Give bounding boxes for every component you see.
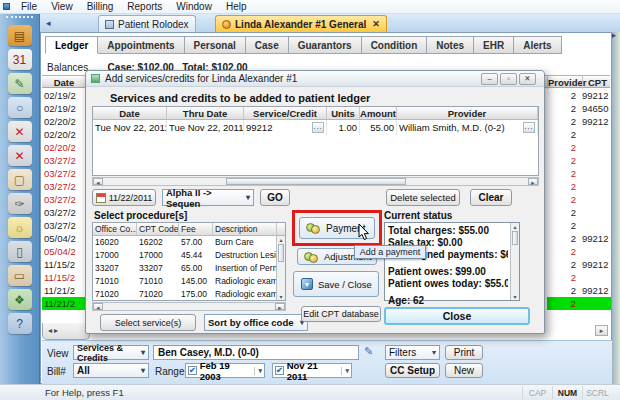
status-vscrollbar[interactable]: ▴ ▾ bbox=[510, 223, 519, 300]
menu-item-view[interactable]: View bbox=[44, 0, 80, 14]
ledger-row[interactable]: 2 bbox=[547, 206, 611, 219]
scroll-down-icon[interactable]: ▾ bbox=[277, 293, 285, 300]
ledger-row[interactable]: 2 bbox=[547, 154, 611, 167]
close-window-icon[interactable]: ✕ bbox=[8, 121, 32, 142]
bill-dropdown[interactable]: All▾ bbox=[73, 363, 149, 378]
tab-ledger[interactable]: Ledger bbox=[45, 36, 98, 54]
service-code[interactable]: 99212 bbox=[246, 122, 272, 133]
ledger-row[interactable]: 299212 bbox=[547, 258, 611, 271]
range-start-field[interactable]: ✔ Feb 19 2003 ▾ bbox=[185, 363, 265, 378]
ledger-row-date[interactable]: 05/04/2 bbox=[42, 232, 87, 245]
dialog-title-bar[interactable]: Add services/credits for Linda Alexander… bbox=[86, 71, 544, 87]
col-description[interactable]: Description bbox=[213, 223, 277, 235]
toolbar-grip[interactable] bbox=[6, 16, 33, 22]
tab-guarantors[interactable]: Guarantors bbox=[289, 36, 362, 54]
col-office-code[interactable]: Office Co... bbox=[93, 223, 137, 235]
procedure-row[interactable]: 170001700045.44Destruction Lesion fac bbox=[93, 249, 285, 262]
service-units[interactable]: 1.00 bbox=[339, 122, 358, 133]
scroll-down-icon[interactable]: ▾ bbox=[511, 293, 519, 300]
checkbox-checked-icon[interactable]: ✔ bbox=[275, 366, 284, 375]
ledger-row-date[interactable]: 03/27/2 bbox=[42, 154, 87, 167]
transport-icon[interactable]: ▭ bbox=[8, 265, 32, 286]
service-provider[interactable]: William Smith, M.D. (0-2) bbox=[399, 122, 505, 133]
ledger-hscroll-right-icon[interactable]: ▸ bbox=[595, 325, 608, 336]
scroll-up-icon[interactable]: ▴ bbox=[511, 223, 519, 230]
ledger-row[interactable]: 2 bbox=[547, 193, 611, 206]
scroll-right-icon[interactable]: ▸ bbox=[275, 303, 285, 310]
menu-item-file[interactable]: File bbox=[14, 0, 44, 14]
tab-alerts[interactable]: Alerts bbox=[514, 36, 561, 54]
recycle-icon[interactable]: ▯ bbox=[8, 241, 32, 262]
menu-item-help[interactable]: Help bbox=[219, 0, 254, 14]
ledger-row-date[interactable]: 11/21/2 bbox=[42, 297, 87, 310]
col-service-credit[interactable]: Service/Credit bbox=[244, 107, 327, 119]
tab-personal[interactable]: Personal bbox=[185, 36, 246, 54]
cc-setup-button[interactable]: CC Setup bbox=[385, 363, 440, 378]
scroll-thumb[interactable] bbox=[512, 231, 518, 245]
tab-linda-alexander-general[interactable]: Linda Alexander #1 General ✕ bbox=[215, 15, 387, 32]
service-row[interactable]: Tue Nov 22, 2011▾ Tue Nov 22, 2011▾ 9921… bbox=[93, 120, 538, 135]
col-fee[interactable]: Fee bbox=[179, 223, 213, 235]
scroll-thumb[interactable] bbox=[226, 178, 406, 185]
ledger-row-date[interactable]: 02/19/2 bbox=[42, 89, 87, 102]
procedure-row[interactable]: 332073320765.00Insertion of Permanen bbox=[93, 262, 285, 275]
notes-icon[interactable]: ✎ bbox=[8, 73, 32, 94]
ledger-row-date[interactable]: 02/20/2 bbox=[42, 115, 87, 128]
ledger-row-date[interactable]: 02/20/2 bbox=[42, 141, 87, 154]
ledger-row-date[interactable]: 03/27/2 bbox=[42, 167, 87, 180]
select-services-button[interactable]: Select service(s) bbox=[100, 314, 196, 331]
calendar-dropdown-icon[interactable]: ▾ bbox=[341, 367, 349, 375]
procedure-row[interactable]: 160201620257.00Burn Care bbox=[93, 236, 285, 249]
ledger-row[interactable]: 294650 bbox=[547, 102, 611, 115]
sort-dropdown[interactable]: Sort by office code ▾ bbox=[204, 314, 308, 331]
col-provider[interactable]: Provider bbox=[397, 107, 538, 119]
col-thru-date[interactable]: Thru Date bbox=[167, 107, 244, 119]
ledger-row-date[interactable]: 11/15/2 bbox=[42, 258, 87, 271]
scroll-right-icon[interactable]: ▸ bbox=[54, 326, 60, 335]
ledger-row[interactable]: 299212 bbox=[547, 89, 611, 102]
ledger-col-date[interactable]: Date bbox=[42, 76, 87, 89]
close-folder-icon[interactable]: ✕ bbox=[8, 145, 32, 166]
ledger-row-date[interactable]: 11/15/2 bbox=[42, 271, 87, 284]
col-cpt-code[interactable]: CPT Code bbox=[137, 223, 179, 235]
view-dropdown[interactable]: Services & Credits▾ bbox=[73, 345, 149, 360]
procedures-hscrollbar[interactable]: ◂ ▸ bbox=[92, 302, 286, 311]
ledger-bottom-tab[interactable]: ◂▸ bbox=[42, 323, 90, 340]
tab-overflow-icon[interactable]: ▸ bbox=[611, 30, 616, 40]
procedures-vscrollbar[interactable]: ▴ ▾ bbox=[276, 236, 285, 300]
scroll-left-icon[interactable]: ◂ bbox=[93, 303, 103, 310]
close-icon[interactable]: ✕ bbox=[519, 73, 536, 85]
ledger-row-date[interactable]: 05/04/2 bbox=[42, 245, 87, 258]
sequence-dropdown[interactable]: Alpha II -> Sequen ▾ bbox=[162, 189, 254, 206]
new-button[interactable]: New bbox=[445, 363, 483, 378]
calendar-dropdown-icon[interactable]: ▾ bbox=[254, 367, 262, 375]
range-end-field[interactable]: ✔ Nov 21 2011 ▾ bbox=[272, 363, 352, 378]
ledger-row-date[interactable]: 03/27/2 bbox=[42, 193, 87, 206]
rolodex-icon[interactable]: ▤ bbox=[8, 25, 32, 46]
help-book-icon[interactable]: ? bbox=[8, 313, 32, 334]
ledger-row-date[interactable]: 03/27/2 bbox=[42, 180, 87, 193]
tab-back-arrow-icon[interactable]: ◂ bbox=[46, 18, 51, 28]
service-amount[interactable]: 55.00 bbox=[370, 122, 394, 133]
col-units[interactable]: Units bbox=[327, 107, 360, 119]
ledger-row[interactable]: 2 bbox=[547, 245, 611, 258]
date-picker-button[interactable]: 11/22/2011 bbox=[92, 189, 156, 206]
maximize-button[interactable]: ▫ bbox=[500, 73, 517, 85]
clear-button[interactable]: Clear bbox=[470, 189, 512, 206]
ellipsis-button[interactable]: ... bbox=[523, 122, 535, 133]
ledger-row[interactable]: 2 bbox=[547, 180, 611, 193]
save-close-button[interactable]: ▾ Save / Close bbox=[293, 271, 379, 297]
ledger-col-provider[interactable]: Provider bbox=[547, 76, 581, 89]
tab-patient-rolodex[interactable]: Patient Rolodex bbox=[98, 15, 196, 32]
new-document-icon[interactable]: ▢ bbox=[8, 169, 32, 190]
checkin-icon[interactable]: ✑ bbox=[8, 193, 32, 214]
tab-ehr[interactable]: EHR bbox=[474, 36, 514, 54]
ledger-col-cpt[interactable]: CPT bbox=[582, 76, 612, 89]
col-date[interactable]: Date bbox=[93, 107, 167, 119]
scroll-right-icon[interactable]: ▸ bbox=[528, 178, 538, 185]
grid-hscrollbar[interactable]: ◂ ▸ bbox=[92, 177, 539, 186]
procedure-row[interactable]: 7101071010145.00Radiologic examinatio bbox=[93, 275, 285, 288]
service-date[interactable]: Tue Nov 22, 2011 bbox=[95, 122, 167, 133]
calendar-icon[interactable]: 31 bbox=[8, 49, 32, 70]
ledger-row[interactable]: 2 bbox=[547, 271, 611, 284]
